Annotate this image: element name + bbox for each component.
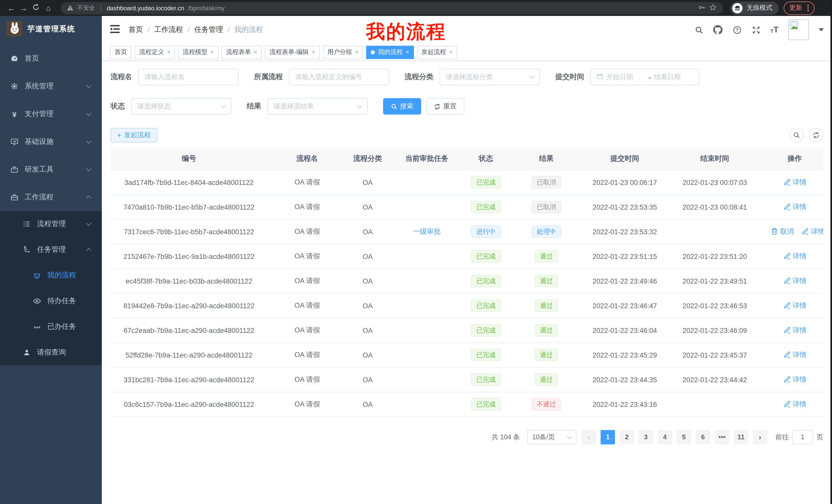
bookmark-star-icon[interactable] — [709, 4, 717, 12]
sidebar-item-process-mgmt[interactable]: 流程管理 — [0, 211, 102, 237]
github-icon[interactable] — [713, 25, 723, 34]
home-icon[interactable]: ⌂ — [42, 0, 54, 16]
tab-process-form-edit[interactable]: 流程表单-编辑× — [265, 46, 320, 59]
forward-icon[interactable]: → — [18, 0, 30, 16]
edit-icon — [783, 375, 791, 385]
cell-id: 819442e8-7b9a-11ec-a290-acde48001122 — [110, 293, 267, 318]
result-select[interactable]: 请选择流结果 — [267, 98, 368, 115]
detail-action[interactable]: 详情 — [783, 276, 807, 286]
table-row: 2152467e-7b9b-11ec-9a1b-acde48001122OA 请… — [110, 244, 823, 269]
chevron-up-icon — [86, 248, 91, 253]
cell-status: 已完成 — [465, 343, 506, 367]
tab-start-process[interactable]: 发起流程× — [417, 46, 457, 59]
prev-page-button[interactable]: ‹ — [581, 430, 596, 444]
submit-time-range-picker[interactable]: 开始日期 - 结束日期 — [590, 69, 699, 85]
sidebar-item-leave-query[interactable]: 请假查询 — [0, 340, 102, 365]
task-link[interactable]: 一级审批 — [413, 228, 441, 235]
page-size-select[interactable]: 10条/页 — [527, 430, 576, 444]
breadcrumb-item[interactable]: 任务管理 — [194, 25, 223, 34]
breadcrumb-item[interactable]: 工作流程 — [154, 25, 183, 34]
chevron-down-icon — [86, 83, 91, 88]
browser-menu-icon[interactable] — [807, 5, 809, 11]
process-name-input[interactable]: 请输入流程名 — [138, 69, 239, 85]
tab-user-group[interactable]: 用户分组× — [323, 46, 363, 59]
sidebar-item-payment[interactable]: ¥支付管理 — [0, 100, 102, 128]
cell-status: 已完成 — [465, 392, 506, 417]
process-definition-input[interactable]: 请输入流程定义的编号 — [289, 69, 389, 85]
update-button[interactable]: 更新 — [784, 1, 814, 15]
avatar[interactable] — [788, 20, 809, 40]
toggle-search-button[interactable] — [789, 128, 804, 142]
security-label[interactable]: 不安全 — [77, 4, 95, 12]
tab-label: 流程表单-编辑 — [270, 48, 309, 57]
tab-home[interactable]: 首页 — [110, 46, 132, 59]
close-icon[interactable]: × — [211, 49, 214, 55]
page-button-3[interactable]: 3 — [639, 430, 653, 444]
sidebar-item-todo-task[interactable]: 待办任务 — [0, 288, 102, 314]
refresh-button[interactable] — [809, 128, 823, 142]
sidebar-item-done-task[interactable]: 已办任务 — [0, 314, 102, 340]
key-icon[interactable] — [698, 4, 705, 12]
tab-my-process[interactable]: 我的流程× — [366, 46, 414, 59]
breadcrumb-item[interactable]: 首页 — [129, 25, 143, 34]
detail-action[interactable]: 详情 — [783, 375, 807, 385]
back-icon[interactable]: ← — [5, 0, 18, 16]
reset-button[interactable]: 重置 — [426, 98, 464, 115]
detail-action[interactable]: 详情 — [783, 350, 807, 360]
page-button-1[interactable]: 1 — [601, 430, 615, 444]
page-button-11[interactable]: 11 — [734, 430, 748, 444]
detail-action[interactable]: 详情 — [783, 301, 807, 311]
sidebar-item-home[interactable]: 首页 — [0, 45, 102, 73]
sidebar-item-my-process[interactable]: 我的流程 — [0, 262, 102, 288]
reload-icon[interactable] — [30, 0, 42, 16]
close-icon[interactable]: × — [406, 49, 409, 55]
goto-page-input[interactable]: 1 — [792, 430, 813, 444]
column-header: 当前审批任务 — [388, 147, 465, 170]
app-logo-row[interactable]: 芋道管理系统 — [0, 16, 102, 41]
sidebar-item-infra[interactable]: 基础设施 — [0, 128, 102, 156]
sidebar-item-dev-tools[interactable]: 研发工具 — [0, 156, 102, 184]
detail-action[interactable]: 详情 — [801, 227, 823, 236]
create-process-button[interactable]: + 发起流程 — [110, 128, 157, 142]
cell-end-time: 2022-01-22 23:45:37 — [663, 343, 766, 367]
help-icon[interactable]: ? — [732, 25, 742, 34]
close-icon[interactable]: × — [355, 49, 359, 55]
page-button-2[interactable]: 2 — [620, 430, 634, 444]
page-button-6[interactable]: 6 — [696, 430, 710, 444]
more-pages-button[interactable]: ••• — [715, 430, 729, 444]
sidebar-item-system[interactable]: 系统管理 — [0, 73, 102, 100]
page-button-4[interactable]: 4 — [658, 430, 672, 444]
tab-process-definition[interactable]: 流程定义× — [135, 46, 175, 59]
scrollbar[interactable] — [830, 0, 832, 504]
category-select[interactable]: 请选择流程分类 — [440, 69, 540, 85]
url-bar[interactable]: 不安全 dashboard.yudao.iocoder.cn/bpm/task/… — [61, 2, 723, 14]
tab-process-model[interactable]: 流程模型× — [178, 46, 218, 59]
cell-result: 通过 — [506, 293, 586, 318]
detail-action[interactable]: 详情 — [783, 326, 807, 335]
sidebar-item-task-mgmt[interactable]: 任务管理 — [0, 237, 102, 262]
close-icon[interactable]: × — [449, 49, 452, 55]
tab-process-form[interactable]: 流程表单× — [222, 46, 262, 59]
cell-result: 已取消 — [506, 195, 586, 219]
detail-action[interactable]: 详情 — [783, 177, 807, 187]
sidebar-item-workflow[interactable]: 工作流程 — [0, 184, 102, 211]
status-select[interactable]: 请选择状态 — [131, 98, 231, 115]
font-size-icon[interactable]: TT — [770, 26, 779, 34]
avatar-caret-icon[interactable] — [818, 28, 824, 31]
sidebar-toggle-icon[interactable] — [110, 25, 120, 35]
close-icon[interactable]: × — [312, 49, 315, 55]
fullscreen-icon[interactable] — [751, 25, 760, 34]
cell-process-name: OA 请假 — [267, 195, 347, 219]
detail-action[interactable]: 详情 — [783, 399, 807, 409]
page-button-5[interactable]: 5 — [677, 430, 691, 444]
close-icon[interactable]: × — [167, 49, 171, 55]
filter-time-label: 提交时间 — [555, 73, 584, 82]
search-button[interactable]: 搜索 — [383, 98, 421, 115]
search-icon[interactable] — [694, 25, 703, 34]
cancel-action[interactable]: 取消 — [770, 227, 794, 236]
detail-action[interactable]: 详情 — [783, 251, 807, 261]
detail-action[interactable]: 详情 — [783, 202, 807, 212]
cell-current-task — [388, 170, 465, 195]
close-icon[interactable]: × — [254, 49, 257, 55]
next-page-button[interactable]: › — [753, 430, 767, 444]
